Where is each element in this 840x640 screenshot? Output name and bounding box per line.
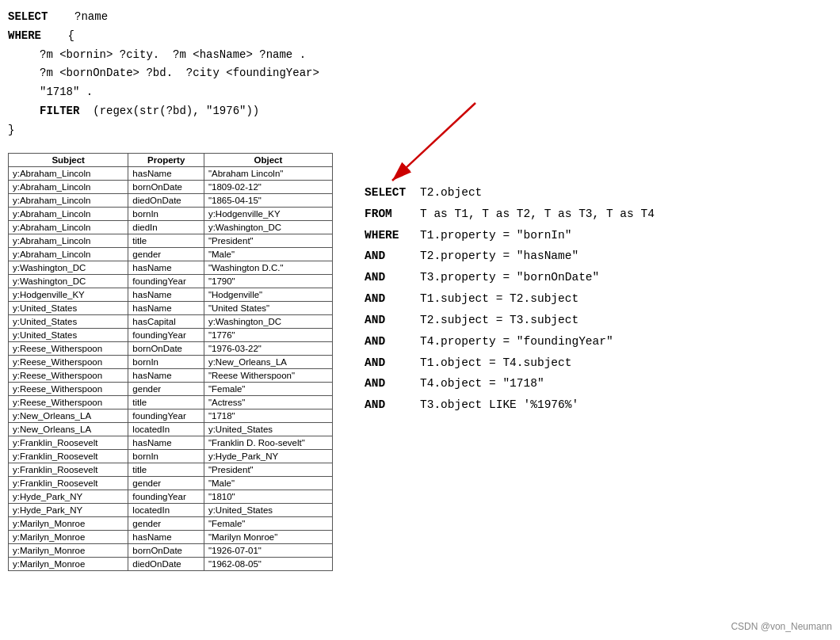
- sql-and6-keyword: AND: [365, 352, 420, 374]
- cell-object: y:Washington_DC: [204, 314, 332, 328]
- cell-property: gender: [128, 382, 204, 395]
- cell-property: hasName: [128, 368, 204, 382]
- cell-subject: y:Marilyn_Monroe: [9, 543, 128, 557]
- col-subject: Subject: [9, 153, 128, 166]
- sql-and5-row: AND T4.property = "foundingYear": [365, 331, 832, 352]
- table-row: y:Hyde_Park_NYlocatedIny:United_States: [9, 503, 333, 516]
- cell-subject: y:Reese_Witherspoon: [9, 368, 128, 382]
- sparql-query: SELECT ?name WHERE { ?m <bornin> ?city. …: [8, 8, 341, 140]
- cell-property: hasCapital: [128, 314, 204, 328]
- table-row: y:New_Orleans_LAfoundingYear"1718": [9, 409, 333, 422]
- cell-object: "1718": [204, 409, 332, 422]
- data-table: Subject Property Object y:Abraham_Lincol…: [8, 153, 333, 571]
- sql-and1-row: AND T2.property = "hasName": [365, 246, 832, 267]
- cell-subject: y:Reese_Witherspoon: [9, 355, 128, 368]
- cell-subject: y:Washington_DC: [9, 274, 128, 288]
- table-row: y:Abraham_LincolndiedIny:Washington_DC: [9, 220, 333, 234]
- cell-property: hasName: [128, 530, 204, 543]
- sql-block: SELECT T2.object FROM T as T1, T as T2, …: [365, 182, 832, 416]
- cell-property: title: [128, 234, 204, 247]
- cell-subject: y:Abraham_Lincoln: [9, 166, 128, 180]
- left-panel: SELECT ?name WHERE { ?m <bornin> ?city. …: [8, 8, 341, 632]
- cell-property: bornOnDate: [128, 180, 204, 193]
- cell-property: hasName: [128, 301, 204, 314]
- cell-subject: y:Franklin_Roosevelt: [9, 436, 128, 449]
- cell-subject: y:Hyde_Park_NY: [9, 490, 128, 503]
- cell-object: "Female": [204, 382, 332, 395]
- sql-from-row: FROM T as T1, T as T2, T as T3, T as T4: [365, 204, 832, 225]
- cell-property: hasName: [128, 288, 204, 301]
- cell-subject: y:Franklin_Roosevelt: [9, 463, 128, 476]
- svg-line-1: [392, 103, 475, 181]
- cell-object: "1776": [204, 328, 332, 341]
- cell-object: "President": [204, 463, 332, 476]
- sql-and7-val: T4.object = "1718": [420, 373, 544, 394]
- cell-property: foundingYear: [128, 274, 204, 288]
- sql-and5-val: T4.property = "foundingYear": [420, 331, 613, 352]
- cell-object: "Female": [204, 516, 332, 530]
- cell-object: y:New_Orleans_LA: [204, 355, 332, 368]
- table-row: y:Reese_WitherspoonbornOnDate"1976-03-22…: [9, 341, 333, 355]
- sql-and4-row: AND T2.subject = T3.subject: [365, 310, 832, 331]
- cell-property: locatedIn: [128, 422, 204, 436]
- cell-property: title: [128, 395, 204, 409]
- sql-and5-keyword: AND: [365, 331, 420, 352]
- cell-subject: y:Abraham_Lincoln: [9, 220, 128, 234]
- cell-object: "1976-03-22": [204, 341, 332, 355]
- cell-property: bornOnDate: [128, 543, 204, 557]
- table-row: y:Reese_Witherspoontitle"Actress": [9, 395, 333, 409]
- cell-object: "1962-08-05": [204, 557, 332, 570]
- sparql-line4: ?m <bornOnDate> ?bd. ?city <foundingYear…: [8, 64, 341, 102]
- sql-and3-row: AND T1.subject = T2.subject: [365, 288, 832, 310]
- sql-and7-keyword: AND: [365, 373, 420, 394]
- cell-object: "Washington D.C.": [204, 261, 332, 274]
- cell-property: bornOnDate: [128, 341, 204, 355]
- table-row: y:Marilyn_MonroehasName"Marilyn Monroe": [9, 530, 333, 543]
- cell-subject: y:United_States: [9, 301, 128, 314]
- table-row: y:Hodgenville_KYhasName"Hodgenville": [9, 288, 333, 301]
- cell-subject: y:Franklin_Roosevelt: [9, 476, 128, 490]
- cell-object: "1809-02-12": [204, 180, 332, 193]
- sql-and6-val: T1.object = T4.subject: [420, 352, 571, 374]
- cell-object: y:United_States: [204, 422, 332, 436]
- cell-property: hasName: [128, 436, 204, 449]
- sql-and1-val: T2.property = "hasName": [420, 246, 578, 267]
- table-row: y:Abraham_LincolndiedOnDate"1865-04-15": [9, 193, 333, 207]
- sql-and2-keyword: AND: [365, 267, 420, 288]
- cell-property: diedIn: [128, 220, 204, 234]
- table-row: y:Franklin_RoosevelthasName"Franklin D. …: [9, 436, 333, 449]
- cell-subject: y:Marilyn_Monroe: [9, 530, 128, 543]
- sql-from-keyword: FROM: [365, 204, 420, 225]
- cell-object: "1790": [204, 274, 332, 288]
- sql-and3-keyword: AND: [365, 288, 420, 310]
- cell-object: "1865-04-15": [204, 193, 332, 207]
- table-row: y:Washington_DChasName"Washington D.C.": [9, 261, 333, 274]
- cell-subject: y:Reese_Witherspoon: [9, 341, 128, 355]
- cell-subject: y:Abraham_Lincoln: [9, 180, 128, 193]
- sparql-line5: FILTER (regex(str(?bd), "1976")): [8, 102, 341, 121]
- cell-object: "President": [204, 234, 332, 247]
- cell-object: "1810": [204, 490, 332, 503]
- sparql-line3: ?m <bornin> ?city. ?m <hasName> ?name .: [8, 46, 341, 65]
- table-row: y:New_Orleans_LAlocatedIny:United_States: [9, 422, 333, 436]
- where-keyword: WHERE: [8, 29, 41, 42]
- cell-subject: y:Franklin_Roosevelt: [9, 449, 128, 463]
- table-row: y:Reese_WitherspoonbornIny:New_Orleans_L…: [9, 355, 333, 368]
- cell-property: diedOnDate: [128, 193, 204, 207]
- cell-object: y:Hodgenville_KY: [204, 207, 332, 220]
- cell-object: "Marilyn Monroe": [204, 530, 332, 543]
- cell-property: gender: [128, 516, 204, 530]
- cell-object: "Male": [204, 476, 332, 490]
- table-row: y:Abraham_LincolnhasName"Abraham Lincoln…: [9, 166, 333, 180]
- table-row: y:Marilyn_MonroediedOnDate"1962-08-05": [9, 557, 333, 570]
- cell-object: y:United_States: [204, 503, 332, 516]
- table-row: y:United_StateshasCapitaly:Washington_DC: [9, 314, 333, 328]
- cell-object: "1926-07-01": [204, 543, 332, 557]
- cell-property: bornIn: [128, 207, 204, 220]
- cell-subject: y:Abraham_Lincoln: [9, 207, 128, 220]
- sql-and7-row: AND T4.object = "1718": [365, 373, 832, 394]
- sql-from-val: T as T1, T as T2, T as T3, T as T4: [420, 204, 655, 225]
- right-panel: SELECT T2.object FROM T as T1, T as T2, …: [341, 8, 832, 632]
- sql-and8-keyword: AND: [365, 394, 420, 416]
- cell-property: diedOnDate: [128, 557, 204, 570]
